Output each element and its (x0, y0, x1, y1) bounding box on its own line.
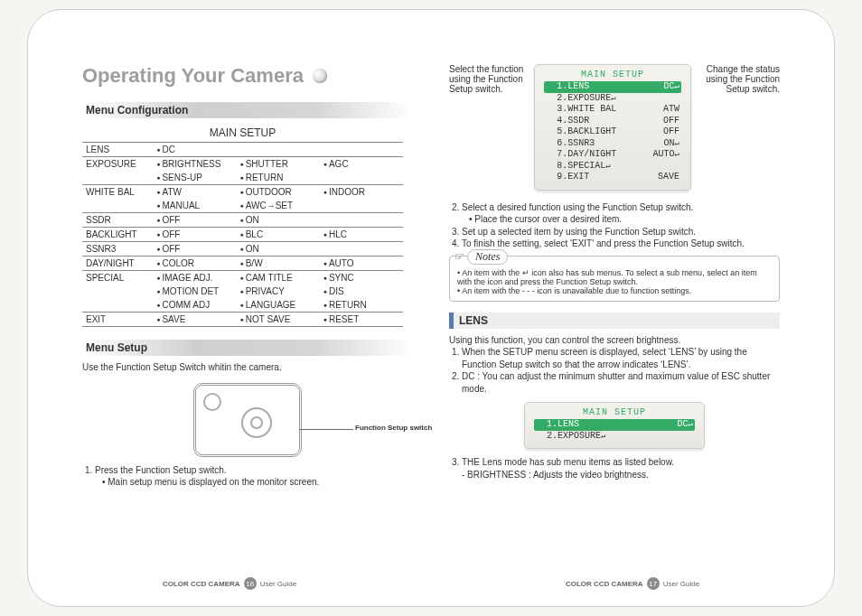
lens-intro: Using this function, you can control the… (449, 334, 780, 347)
page-title: Operating Your Camera (82, 64, 304, 88)
table-row: SSDROFFON (82, 213, 403, 228)
footer: COLOR CCD CAMERA 16 User Guide COLOR CCD… (28, 577, 834, 590)
camera-caption: Function Setup switch (355, 424, 432, 432)
page-num-left: 16 (244, 577, 257, 590)
osd-row: 7.DAY/NIGHTAUTO (544, 149, 681, 161)
page-frame: Operating Your Camera Menu Configuration… (27, 9, 835, 607)
notes-label: Notes (467, 249, 508, 265)
notes-box: ☞ Notes • An item with the ↵ icon also h… (449, 256, 780, 302)
osd-row: 5.BACKLIGHTOFF (544, 126, 681, 138)
menu-config-table: MAIN SETUP LENSDCEXPOSUREBRIGHTNESSSHUTT… (82, 124, 403, 327)
table-row: DAY/NIGHTCOLORB/WAUTO (82, 257, 403, 271)
osd-row: ▶ 1.LENSDC (544, 81, 681, 93)
osd-annotation-right: Change the status using the Function Set… (697, 64, 780, 94)
right-step-2: Select a desired function using the Func… (462, 201, 780, 226)
camera-diagram: Function Setup switch (193, 383, 302, 457)
section-menu-config: Menu Configuration (82, 102, 413, 118)
table-row: COMM ADJLANGUAGERETURN (82, 298, 403, 313)
table-row: EXITSAVENOT SAVERESET (82, 313, 403, 327)
osd2-title: MAIN SETUP (534, 407, 695, 417)
left-step-1: Press the Function Setup switch. Main se… (95, 464, 413, 489)
osd-annotation-left: Select the function using the Function S… (449, 64, 529, 94)
table-row: BACKLIGHTOFFBLCHLC (82, 228, 403, 242)
table-row: MOTION DETPRIVACYDIS (82, 285, 403, 298)
camera-lens-icon (203, 393, 221, 411)
section-menu-setup: Menu Setup (82, 340, 413, 356)
table-row: LENSDC (82, 143, 403, 157)
table-row: EXPOSUREBRIGHTNESSSHUTTERAGC (82, 157, 403, 172)
left-column: Operating Your Camera Menu Configuration… (82, 64, 413, 534)
right-steps: Select a desired function using the Func… (449, 201, 780, 250)
hand-icon: ☞ (454, 250, 464, 264)
left-steps: Press the Function Setup switch. Main se… (82, 464, 413, 489)
osd-lens: MAIN SETUP ▶ 1.LENSDC 2.EXPOSURE (524, 402, 705, 449)
right-step-3: Set up a selected item by using the Func… (462, 226, 780, 238)
lens-steps-cont: THE Lens mode has sub menu items as list… (449, 456, 780, 481)
table-row: MANUALAWC→SET (82, 199, 403, 213)
osd-row: 4.SSDROFF (544, 116, 681, 127)
osd-row: 9.EXITSAVE (544, 172, 681, 183)
table-row: WHITE BALATWOUTDOORINDOOR (82, 185, 403, 200)
osd-row: ▶ 1.LENSDC (534, 419, 695, 431)
osd-row: 8.SPECIAL (544, 161, 681, 173)
table-row: SENS-UPRETURN (82, 171, 403, 185)
dpad-icon (241, 407, 272, 438)
table-row: SPECIALIMAGE ADJ.CAM TITLESYNC (82, 271, 403, 285)
menu-setup-text: Use the Function Setup Switch whitin the… (82, 361, 413, 374)
osd-main-setup: MAIN SETUP ▶ 1.LENSDC 2.EXPOSURE 3.WHITE… (534, 64, 691, 191)
table-title: MAIN SETUP (82, 124, 403, 143)
lens-steps: When the SETUP menu screen is displayed,… (449, 346, 780, 395)
osd-title: MAIN SETUP (544, 70, 681, 79)
osd-row: 6.SSNR3ON (544, 138, 681, 150)
lens-step-1: When the SETUP menu screen is displayed,… (462, 346, 780, 370)
lens-step-2: DC : You can adjust the minimum shutter … (462, 370, 780, 395)
section-lens: LENS (449, 313, 780, 329)
page-num-right: 17 (647, 577, 660, 590)
lens-step-3: THE Lens mode has sub menu items as list… (462, 456, 780, 481)
osd-row: 2.EXPOSURE (544, 93, 681, 105)
osd-row: 3.WHITE BALATW (544, 104, 681, 116)
orb-icon (313, 69, 327, 83)
osd-row: 2.EXPOSURE (534, 431, 695, 443)
table-row: SSNR3OFFON (82, 242, 403, 257)
right-column: Select the function using the Function S… (449, 64, 780, 534)
right-step-4: To finish the setting, select 'EXIT' and… (462, 238, 780, 250)
